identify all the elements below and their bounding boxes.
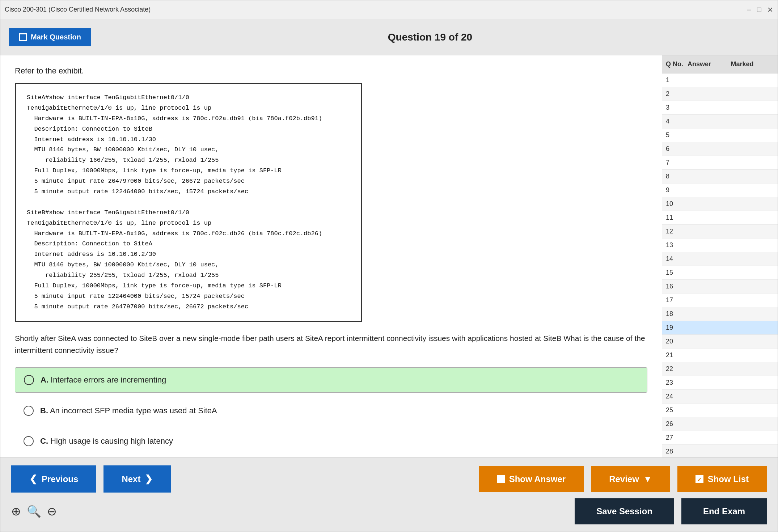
sidebar-row-6[interactable]: 6 (662, 142, 778, 156)
sidebar-row-28[interactable]: 28 (662, 445, 778, 457)
close-icon[interactable]: ✕ (767, 5, 773, 14)
q-num: 27 (666, 434, 688, 442)
q-marked (731, 296, 774, 304)
toolbar: Mark Question Question 19 of 20 (0, 19, 778, 55)
sidebar-row-11[interactable]: 11 (662, 211, 778, 225)
exhibit-line-6: MTU 8146 bytes, BW 10000000 Kbit/sec, DL… (27, 145, 350, 155)
sidebar-row-9[interactable]: 9 (662, 183, 778, 197)
radio-a (24, 375, 34, 385)
sidebar-row-8[interactable]: 8 (662, 170, 778, 183)
question-title: Question 19 of 20 (91, 31, 769, 43)
q-answer (688, 269, 731, 276)
q-num: 4 (666, 118, 688, 125)
sidebar-row-13[interactable]: 13 (662, 238, 778, 252)
sidebar-row-22[interactable]: 22 (662, 362, 778, 376)
sidebar-container: Q No. Answer Marked 1 2 3 4 5 6 7 8 9 10… (662, 55, 778, 457)
q-answer (688, 448, 731, 455)
sidebar-row-26[interactable]: 26 (662, 417, 778, 431)
sidebar-row-12[interactable]: 12 (662, 225, 778, 238)
q-num: 3 (666, 104, 688, 111)
main-window: Cisco 200-301 (Cisco Certified Network A… (0, 0, 778, 532)
minimize-icon[interactable]: – (747, 5, 751, 14)
sidebar-row-15[interactable]: 15 (662, 266, 778, 280)
q-num: 19 (666, 324, 688, 332)
q-answer (688, 365, 731, 373)
option-c[interactable]: C. High usage is causing high latency (15, 429, 647, 453)
q-num: 24 (666, 393, 688, 400)
exhibit-line-10: 5 minute output rate 122464000 bits/sec,… (27, 187, 350, 197)
sidebar-row-14[interactable]: 14 (662, 252, 778, 266)
zoom-in-button[interactable]: ⊕ (11, 504, 21, 518)
sidebar-row-20[interactable]: 20 (662, 335, 778, 349)
show-list-checkbox-icon: ✓ (695, 475, 703, 483)
q-answer (688, 406, 731, 414)
sidebar-row-4[interactable]: 4 (662, 115, 778, 128)
exhibit-line-1: SiteA#show interface TenGigabitEthernet0… (27, 93, 350, 103)
sidebar-row-7[interactable]: 7 (662, 156, 778, 170)
q-marked (731, 255, 774, 263)
q-marked (731, 379, 774, 387)
bottom-row2: ⊕ 🔍 ⊖ Save Session End Exam (11, 498, 767, 524)
sidebar-row-24[interactable]: 24 (662, 390, 778, 404)
q-marked (731, 310, 774, 318)
question-text: Shortly after SiteA was connected to Sit… (15, 332, 647, 356)
q-marked (731, 241, 774, 249)
exhibit-spacer (27, 197, 350, 208)
mark-question-button[interactable]: Mark Question (9, 28, 91, 46)
q-num: 14 (666, 255, 688, 263)
q-marked (731, 338, 774, 345)
previous-button[interactable]: ❮ Previous (11, 465, 96, 493)
exhibit-line-14: Description: Connection to SiteA (27, 239, 350, 249)
exhibit-line-3: Hardware is BUILT-IN-EPA-8x10G, address … (27, 114, 350, 124)
review-button[interactable]: Review ▼ (591, 466, 670, 492)
radio-b (24, 406, 34, 416)
exhibit-line-12: TenGigabitEthernet0/1/0 is up, line prot… (27, 218, 350, 229)
q-answer (688, 283, 731, 290)
save-session-button[interactable]: Save Session (575, 498, 674, 524)
q-answer (688, 159, 731, 166)
sidebar-row-19[interactable]: 19 (662, 321, 778, 335)
main-content: Refer to the exhibit. SiteA#show interfa… (0, 55, 778, 457)
sidebar-row-10[interactable]: 10 (662, 197, 778, 211)
maximize-icon[interactable]: □ (757, 5, 761, 14)
sidebar-row-17[interactable]: 17 (662, 294, 778, 307)
q-num: 8 (666, 173, 688, 180)
sidebar-row-2[interactable]: 2 (662, 87, 778, 101)
sidebar-list[interactable]: 1 2 3 4 5 6 7 8 9 10 11 12 13 14 15 16 1 (662, 73, 778, 457)
q-marked (731, 145, 774, 153)
sidebar-row-18[interactable]: 18 (662, 307, 778, 321)
sidebar-row-1[interactable]: 1 (662, 73, 778, 87)
answer-text-b: B. An incorrect SFP media type was used … (40, 406, 217, 415)
sidebar-row-5[interactable]: 5 (662, 128, 778, 142)
end-exam-button[interactable]: End Exam (681, 498, 767, 524)
q-num: 1 (666, 76, 688, 84)
zoom-reset-button[interactable]: 🔍 (27, 504, 41, 518)
sidebar-row-23[interactable]: 23 (662, 376, 778, 390)
show-list-button[interactable]: ✓ Show List (677, 466, 767, 492)
q-num: 5 (666, 131, 688, 139)
q-marked (731, 406, 774, 414)
q-answer (688, 393, 731, 400)
q-answer (688, 310, 731, 318)
bottom-row1: ❮ Previous Next ❯ Show Answer Review ▼ ✓… (11, 465, 767, 493)
show-answer-label: Show Answer (509, 474, 566, 484)
show-answer-button[interactable]: Show Answer (479, 466, 584, 492)
q-answer (688, 200, 731, 208)
next-button[interactable]: Next ❯ (103, 465, 171, 493)
option-b[interactable]: B. An incorrect SFP media type was used … (15, 398, 647, 423)
sidebar-row-21[interactable]: 21 (662, 349, 778, 362)
sidebar-row-16[interactable]: 16 (662, 280, 778, 294)
zoom-out-button[interactable]: ⊖ (47, 504, 57, 518)
q-marked (731, 118, 774, 125)
sidebar-row-25[interactable]: 25 (662, 404, 778, 417)
sidebar-row-27[interactable]: 27 (662, 431, 778, 445)
option-a[interactable]: A. Interface errors are incrementing (15, 367, 647, 393)
question-area: Refer to the exhibit. SiteA#show interfa… (0, 55, 662, 457)
q-answer (688, 90, 731, 98)
window-title: Cisco 200-301 (Cisco Certified Network A… (5, 6, 151, 13)
q-num: 2 (666, 90, 688, 98)
sidebar-qno-header: Q No. (666, 60, 688, 68)
q-marked (731, 420, 774, 428)
bottom-bar: ❮ Previous Next ❯ Show Answer Review ▼ ✓… (0, 457, 778, 532)
sidebar-row-3[interactable]: 3 (662, 101, 778, 115)
